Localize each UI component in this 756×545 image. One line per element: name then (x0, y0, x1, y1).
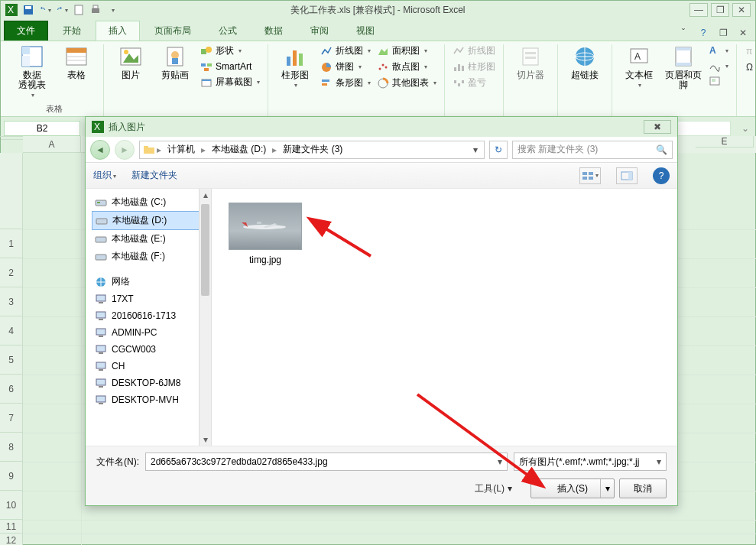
tab-formulas[interactable]: 公式 (206, 21, 250, 41)
line-chart-button[interactable]: 折线图 (320, 44, 371, 57)
clipart-button[interactable]: 剪贴画 (156, 44, 194, 80)
tree-scrollbar[interactable]: ▴ ▾ (199, 189, 211, 446)
row-header[interactable]: 11 (0, 520, 23, 534)
tree-item-drive-c[interactable]: 本地磁盘 (C:) (92, 193, 209, 211)
picture-button[interactable]: 图片 (112, 44, 150, 80)
expand-formula-icon[interactable]: ⌄ (735, 123, 755, 134)
redo-icon[interactable] (56, 4, 68, 16)
search-icon[interactable]: 🔍 (656, 144, 667, 155)
search-input[interactable]: 搜索 新建文件夹 (3) 🔍 (512, 141, 673, 159)
sparkline-line-button[interactable]: 折线图 (453, 44, 495, 57)
scroll-thumb[interactable] (201, 204, 209, 296)
sparkline-winloss-button[interactable]: 盈亏 (453, 76, 495, 89)
tree-item-drive-f[interactable]: 本地磁盘 (F:) (92, 248, 209, 265)
insert-dropdown-icon[interactable]: ▾ (600, 479, 614, 498)
tree-item-drive-e[interactable]: 本地磁盘 (E:) (92, 230, 209, 248)
new-icon[interactable] (73, 4, 85, 16)
name-box[interactable]: B2 (4, 121, 80, 136)
bar-chart-button[interactable]: 条形图 (320, 76, 371, 89)
tree-item-network-node[interactable]: 20160616-1713 (92, 307, 209, 324)
folder-tree[interactable]: 本地磁盘 (C:) 本地磁盘 (D:) 本地磁盘 (E:) 本地磁盘 (F:) … (86, 189, 212, 446)
file-thumb[interactable]: timg.jpg (227, 203, 303, 265)
slicer-button[interactable]: 切片器 (511, 44, 550, 80)
symbol-button[interactable]: Ω符号 (745, 60, 756, 73)
tab-insert[interactable]: 插入 (96, 21, 140, 41)
tab-data[interactable]: 数据 (251, 21, 296, 41)
signature-button[interactable] (709, 60, 728, 72)
object-button[interactable] (709, 75, 728, 87)
other-chart-button[interactable]: 其他图表 (377, 76, 436, 89)
breadcrumb-folder[interactable]: 新建文件夹 (3) (278, 143, 347, 156)
file-filter-combo[interactable]: 所有图片(*.emf;*.wmf;*.jpg;*.jj (514, 453, 667, 471)
breadcrumb-bar[interactable]: ▸ 计算机 ▸ 本地磁盘 (D:) ▸ 新建文件夹 (3) ▾ (139, 141, 485, 159)
column-chart-button[interactable]: 柱形图 (276, 44, 314, 89)
undo-icon[interactable] (39, 4, 51, 16)
row-header[interactable]: 1 (0, 229, 23, 258)
tree-item-network[interactable]: 网络 (92, 273, 209, 290)
textbox-button[interactable]: A 文本框 (620, 44, 658, 89)
restore-button[interactable]: ❐ (711, 3, 729, 17)
breadcrumb-dropdown-icon[interactable]: ▾ (470, 144, 481, 155)
tree-item-network-node[interactable]: DESKTOP-6JM8 (92, 375, 209, 391)
tab-pagelayout[interactable]: 页面布局 (141, 21, 204, 41)
tab-view[interactable]: 视图 (343, 21, 388, 41)
tab-review[interactable]: 审阅 (297, 21, 342, 41)
new-folder-button[interactable]: 新建文件夹 (131, 169, 177, 182)
breadcrumb-computer[interactable]: 计算机 (163, 143, 200, 156)
tab-file[interactable]: 文件 (4, 21, 48, 41)
dialog-titlebar[interactable]: X 插入图片 ✖ (86, 117, 677, 137)
sparkline-column-button[interactable]: 柱形图 (453, 60, 495, 73)
view-options-button[interactable] (579, 167, 601, 184)
filename-input[interactable]: 2d665a673c3c9727edbda027d865e433.jpg▾ (145, 453, 508, 471)
row-header[interactable]: 2 (0, 258, 23, 287)
row-header[interactable]: 7 (0, 404, 23, 433)
doc-restore-icon[interactable]: ❐ (715, 25, 731, 41)
refresh-button[interactable]: ↻ (489, 141, 508, 159)
qat-customize-icon[interactable] (106, 4, 118, 16)
scroll-up-icon[interactable]: ▴ (200, 189, 211, 201)
row-header[interactable]: 4 (0, 316, 23, 345)
shapes-button[interactable]: 形状 (200, 44, 260, 57)
area-chart-button[interactable]: 面积图 (377, 44, 436, 57)
file-list[interactable]: timg.jpg (212, 189, 677, 446)
pie-chart-button[interactable]: 饼图 (320, 60, 371, 73)
print-icon[interactable] (89, 4, 102, 16)
preview-pane-button[interactable] (616, 167, 638, 184)
cancel-button[interactable]: 取消 (619, 478, 667, 498)
row-header[interactable]: 3 (0, 287, 23, 316)
help-icon[interactable]: ? (696, 25, 711, 41)
save-icon[interactable] (22, 4, 34, 16)
smartart-button[interactable]: SmartArt (200, 60, 260, 73)
tab-home[interactable]: 开始 (50, 21, 94, 41)
tree-item-network-node[interactable]: CH (92, 358, 209, 375)
tree-item-network-node[interactable]: DESKTOP-MVH (92, 391, 209, 408)
hyperlink-button[interactable]: 超链接 (566, 44, 604, 80)
breadcrumb-drive[interactable]: 本地磁盘 (D:) (207, 143, 271, 156)
doc-close-icon[interactable]: ✕ (735, 25, 751, 41)
row-header[interactable]: 5 (0, 345, 23, 375)
col-header[interactable]: E (696, 136, 754, 148)
dialog-close-button[interactable]: ✖ (644, 120, 671, 134)
tree-item-network-node[interactable]: CGCW003 (92, 341, 209, 358)
scroll-down-icon[interactable]: ▾ (200, 433, 211, 446)
header-footer-button[interactable]: 页眉和页脚 (664, 44, 702, 90)
tools-button[interactable]: 工具(L)▾ (475, 482, 512, 495)
wordart-button[interactable]: A (709, 44, 728, 57)
table-button[interactable]: 表格 (57, 44, 96, 80)
dialog-help-button[interactable]: ? (653, 167, 670, 184)
col-header[interactable]: A (23, 136, 81, 153)
row-header[interactable]: 10 (0, 491, 23, 520)
ribbon-minimize-icon[interactable]: ˇ (676, 25, 691, 41)
back-button[interactable]: ◄ (90, 140, 110, 160)
scatter-chart-button[interactable]: 散点图 (377, 60, 436, 73)
close-button[interactable]: ✕ (732, 3, 751, 17)
row-header[interactable]: 6 (0, 375, 23, 404)
row-header[interactable]: 9 (0, 462, 23, 491)
tree-item-network-node[interactable]: 17XT (92, 290, 209, 307)
screenshot-button[interactable]: 屏幕截图 (200, 76, 260, 89)
insert-button[interactable]: 插入(S)▾ (530, 478, 615, 498)
tree-item-drive-d[interactable]: 本地磁盘 (D:) (92, 211, 209, 230)
tree-item-network-node[interactable]: ADMIN-PC (92, 324, 209, 341)
pivot-table-button[interactable]: 数据 透视表 (13, 44, 51, 99)
row-header[interactable]: 8 (0, 433, 23, 462)
